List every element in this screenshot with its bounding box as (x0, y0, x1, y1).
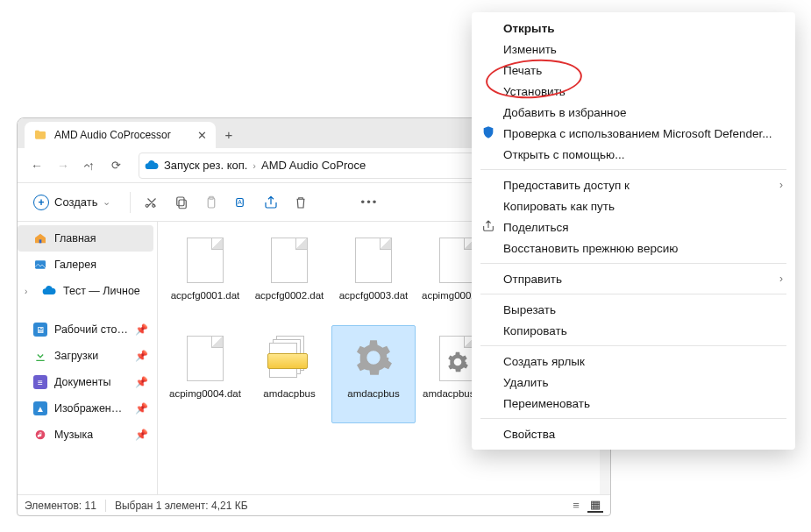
delete-button[interactable] (292, 194, 309, 211)
breadcrumb-seg[interactable]: AMD Audio CoProce (261, 159, 366, 172)
ctx-rename[interactable]: Переименовать (472, 393, 795, 414)
nav-forward-button[interactable]: → (51, 153, 75, 178)
file-label: amdacpbus (345, 386, 401, 400)
ctx-edit[interactable]: Изменить (472, 39, 795, 60)
view-list-icon[interactable]: ≡ (568, 499, 584, 513)
breadcrumb-seg[interactable]: Запуск рез. коп. (164, 159, 247, 172)
ctx-sendto[interactable]: Отправить› (472, 268, 795, 289)
svg-text:A: A (238, 199, 243, 205)
separator (480, 263, 786, 264)
svg-rect-0 (179, 200, 186, 209)
file-item[interactable]: amdacpbus (331, 325, 416, 423)
svg-rect-6 (35, 260, 46, 268)
shield-icon (480, 125, 496, 142)
pin-icon: 📌 (135, 350, 148, 362)
share-button[interactable] (262, 194, 280, 211)
ctx-restore[interactable]: Восстановить прежнюю версию (472, 238, 795, 259)
paste-button[interactable] (203, 194, 220, 211)
create-label: Создать (54, 195, 97, 209)
separator (480, 169, 786, 170)
file-item[interactable]: acpcfg0001.dat (163, 227, 247, 325)
ctx-cut[interactable]: Вырезать (472, 299, 795, 320)
rename-button[interactable]: A (232, 194, 250, 211)
file-icon (267, 233, 311, 287)
file-label: acpcfg0003.dat (338, 287, 410, 301)
cloud-icon (42, 284, 56, 298)
file-icon (352, 331, 395, 386)
home-icon (33, 231, 47, 245)
svg-rect-1 (177, 197, 184, 206)
pin-icon: 📌 (135, 402, 148, 415)
sidebar-documents[interactable]: ≡ Документы 📌 (18, 369, 153, 395)
sidebar-pictures[interactable]: ▲ Изображени… 📌 (18, 395, 153, 422)
share-icon (480, 219, 496, 236)
ctx-open[interactable]: Открыть (472, 18, 795, 39)
sidebar-downloads[interactable]: Загрузки 📌 (18, 343, 153, 369)
ctx-defender[interactable]: Проверка с использованием Microsoft Defe… (472, 123, 795, 144)
desktop-icon: 🖥 (33, 323, 47, 337)
chevron-right-icon: › (253, 160, 256, 171)
ctx-print[interactable]: Печать (472, 60, 795, 81)
documents-icon: ≡ (33, 375, 47, 389)
ctx-copy[interactable]: Копировать (472, 320, 795, 341)
ctx-openwith[interactable]: Открыть с помощью... (472, 144, 795, 165)
new-tab-button[interactable]: + (216, 122, 242, 148)
ctx-favorite[interactable]: Добавить в избранное (472, 102, 795, 123)
sidebar: Главная Галерея › Тест — Личное 🖥 Рабочи… (18, 222, 158, 494)
sidebar-onedrive[interactable]: › Тест — Личное (18, 278, 153, 304)
music-icon (33, 428, 47, 442)
expand-icon[interactable]: › (25, 287, 35, 296)
file-label: acpcfg0001.dat (169, 287, 242, 301)
chevron-down-icon: ⌄ (103, 196, 110, 208)
pin-icon: 📌 (135, 429, 148, 441)
sidebar-music[interactable]: Музыка 📌 (18, 422, 153, 448)
file-item[interactable]: acpimg0004.dat (163, 325, 247, 423)
file-icon (352, 233, 395, 287)
chevron-right-icon: › (779, 273, 783, 285)
create-button[interactable]: + Создать ⌄ (26, 189, 117, 216)
more-button[interactable]: ••• (360, 194, 378, 211)
ctx-share-access[interactable]: Предоставить доступ к› (472, 174, 795, 195)
file-item[interactable]: acpcfg0002.dat (247, 227, 331, 325)
file-label: acpcfg0002.dat (253, 287, 326, 301)
ctx-share[interactable]: Поделиться (472, 216, 795, 238)
cloud-icon (145, 159, 159, 173)
file-icon (267, 331, 311, 386)
ctx-install[interactable]: Установить (472, 81, 795, 102)
separator (480, 345, 786, 346)
ctx-properties[interactable]: Свойства (472, 423, 795, 444)
download-icon (33, 349, 47, 363)
separator (480, 418, 786, 419)
folder-icon (33, 128, 47, 142)
nav-up-button[interactable]: › ↑ (77, 153, 102, 178)
file-label: amdacpbus (261, 386, 317, 400)
sidebar-desktop[interactable]: 🖥 Рабочий сто… 📌 (18, 316, 153, 343)
ctx-shortcut[interactable]: Создать ярлык (472, 351, 795, 372)
separator (105, 500, 106, 512)
file-icon (183, 331, 227, 386)
separator (480, 294, 786, 294)
view-grid-icon[interactable]: ▦ (587, 499, 603, 513)
sidebar-gallery[interactable]: Галерея (18, 252, 153, 278)
chevron-right-icon: › (779, 179, 783, 191)
nav-refresh-button[interactable]: ⟳ (103, 153, 128, 178)
gallery-icon (33, 258, 47, 272)
status-selection: Выбран 1 элемент: 4,21 КБ (115, 500, 248, 512)
file-icon (183, 233, 227, 287)
file-label: acpimg0004.dat (167, 386, 243, 400)
nav-back-button[interactable]: ← (25, 153, 49, 178)
tab-close-icon[interactable]: ✕ (195, 129, 209, 142)
tab-title: AMD Audio CoProcessor (54, 129, 188, 141)
separator (130, 192, 131, 213)
ctx-copypath[interactable]: Копировать как путь (472, 195, 795, 216)
status-count: Элементов: 11 (25, 500, 96, 512)
file-item[interactable]: amdacpbus (247, 325, 331, 423)
ctx-delete[interactable]: Удалить (472, 372, 795, 393)
copy-button[interactable] (173, 194, 190, 211)
sidebar-home[interactable]: Главная (18, 225, 153, 252)
plus-icon: + (33, 195, 49, 210)
tab-active[interactable]: AMD Audio CoProcessor ✕ (25, 122, 216, 148)
status-bar: Элементов: 11 Выбран 1 элемент: 4,21 КБ … (18, 494, 610, 515)
cut-button[interactable] (143, 194, 160, 211)
file-item[interactable]: acpcfg0003.dat (331, 227, 416, 325)
